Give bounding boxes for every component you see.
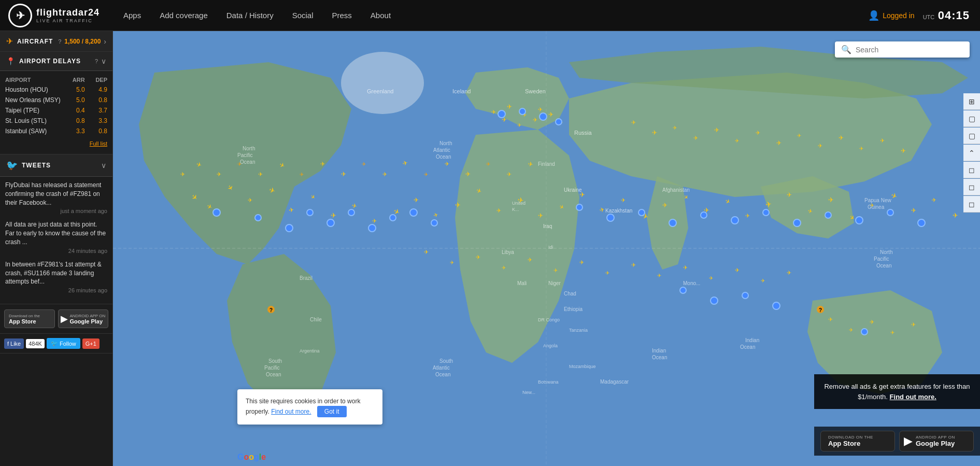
svg-text:✈: ✈ [414,196,419,204]
svg-text:✈: ✈ [849,327,853,333]
upgrade-banner: Remove all ads & get extra features for … [814,374,980,409]
svg-text:✈: ✈ [450,260,454,265]
svg-text:✈: ✈ [507,103,512,110]
table-row[interactable]: Taipei (TPE)0.43.7 [0,105,112,116]
utc-clock: 04:15 [938,9,970,22]
svg-point-133 [861,329,868,335]
cookie-find-out-link[interactable]: Find out more. [271,408,311,415]
bottom-appstore-button[interactable]: Download on the App Store [820,431,895,451]
map-control-box1[interactable]: ▢ [963,110,980,127]
map-control-layers[interactable]: ⊞ [963,93,980,110]
svg-text:Argentina: Argentina [300,348,320,354]
svg-text:Ethiopia: Ethiopia [564,306,583,312]
googleplay-name: Google Play [70,318,106,324]
svg-text:✈: ✈ [652,129,657,136]
bottom-googleplay-button[interactable]: ▶ ANDROID APP ON Google Play [899,431,974,451]
svg-text:✈: ✈ [662,202,667,209]
svg-text:✈: ✈ [341,171,346,178]
map-control-option3[interactable]: ◻ [963,196,980,213]
svg-text:Papua New: Papua New [864,197,891,203]
svg-point-132 [773,302,780,309]
svg-point-111 [410,209,417,216]
svg-text:Chile: Chile [310,317,322,322]
svg-text:✈: ✈ [486,161,490,167]
svg-point-104 [255,215,261,221]
nav-press[interactable]: Press [323,0,361,31]
svg-text:Pacific: Pacific [264,365,279,371]
svg-text:✈: ✈ [953,211,958,219]
col-airport: AIRPORT [0,75,67,84]
gplus-button[interactable]: G+1 [82,338,100,349]
logged-in-label: Logged in [883,11,915,20]
table-row[interactable]: Istanbul (SAW)3.30.8 [0,126,112,136]
full-list-link[interactable]: Full list [90,140,107,147]
nav-add-coverage[interactable]: Add coverage [150,0,217,31]
cookie-notice: This site requires cookies in order to w… [237,389,382,425]
nav-data-history[interactable]: Data / History [217,0,283,31]
svg-point-107 [327,219,334,227]
airport-delays-section[interactable]: 📍 AIRPORT DELAYS ? ∨ [0,52,112,71]
appstore-button[interactable]: Download on the App Store [4,309,55,328]
cookie-accept-button[interactable]: Got it [317,406,347,417]
svg-point-126 [856,217,863,224]
map-controls: ⊞ ▢ ▢ ⌃ ◻ ◻ ◻ [963,93,980,213]
map-control-option2[interactable]: ◻ [963,179,980,195]
svg-point-110 [390,215,396,221]
svg-text:✈: ✈ [839,134,844,142]
svg-text:✈: ✈ [818,143,822,149]
svg-text:✈: ✈ [621,197,626,203]
full-list-row: Full list [0,136,112,150]
nav-about[interactable]: About [361,0,400,31]
svg-text:✈: ✈ [605,270,609,276]
svg-text:✈: ✈ [631,119,636,125]
map-control-option1[interactable]: ◻ [963,162,980,178]
aircraft-help-icon[interactable]: ? [58,38,61,45]
svg-text:Mono...: Mono... [683,280,700,286]
bottom-app-store-buttons: Download on the App Store ▶ ANDROID APP … [814,427,980,456]
aircraft-section[interactable]: ✈ AIRCRAFT ? 1,500 / 8,200 › [0,31,112,52]
delays-help-icon[interactable]: ? [95,58,98,64]
bottom-appstore-name: App Store [828,440,873,448]
svg-text:✈: ✈ [217,171,221,177]
svg-point-119 [638,209,645,216]
svg-text:✈: ✈ [911,321,916,328]
appstore-name: App Store [9,318,40,324]
twitter-follow-button[interactable]: 🐦 Follow [47,338,80,349]
table-row[interactable]: New Orleans (MSY)5.00.8 [0,95,112,105]
nav-links: Apps Add coverage Data / History Social … [114,0,868,31]
nav-social[interactable]: Social [283,0,323,31]
tweets-section-header[interactable]: 🐦 TWEETS ∨ [0,154,112,177]
svg-text:✈: ✈ [517,122,521,128]
map-control-box2[interactable]: ▢ [963,128,980,144]
svg-text:✈: ✈ [657,273,661,278]
googleplay-button[interactable]: ▶ ANDROID APP ON Google Play [58,309,109,328]
upgrade-find-out-link[interactable]: Find out more. [890,393,936,401]
svg-text:✈: ✈ [445,161,449,167]
table-row[interactable]: St. Louis (STL)0.83.3 [0,116,112,126]
svg-text:✈: ✈ [797,133,801,138]
svg-text:✈: ✈ [548,111,553,118]
svg-text:✈: ✈ [491,109,496,115]
appstore-sub: Download on the [9,314,40,318]
svg-text:✈: ✈ [761,278,765,284]
svg-text:✈: ✈ [787,191,792,199]
table-row[interactable]: Houston (HOU)5.04.9 [0,84,112,95]
svg-text:✈: ✈ [248,197,252,203]
logo[interactable]: ✈ flightradar24 LIVE AIR TRAFFIC [0,4,114,27]
svg-point-108 [348,209,354,216]
airport-delays-label: AIRPORT DELAYS [19,58,95,65]
nav-apps[interactable]: Apps [114,0,150,31]
svg-text:✈: ✈ [735,267,740,273]
search-input[interactable] [856,46,963,54]
svg-text:Tanzania: Tanzania [569,328,588,333]
facebook-like-button[interactable]: f Like [4,338,24,349]
svg-text:Pacific: Pacific [237,152,252,158]
svg-point-117 [576,204,583,210]
map-area[interactable]: ✈ ✈ ✈ ✈ ✈ ✈ ✈ ✈ ✈ ✈ ✈ ✈ ✈ ✈ ✈ ✈ ✈ ✈ ✈ ✈ … [113,31,980,466]
svg-text:Brazil: Brazil [300,275,313,281]
svg-text:Kazakhstan: Kazakhstan [605,208,632,214]
svg-text:Ocean: Ocean [876,263,891,269]
svg-text:✈: ✈ [300,172,304,177]
twitter-bird-icon: 🐦 [6,160,18,171]
map-control-chevron-up[interactable]: ⌃ [963,145,980,161]
